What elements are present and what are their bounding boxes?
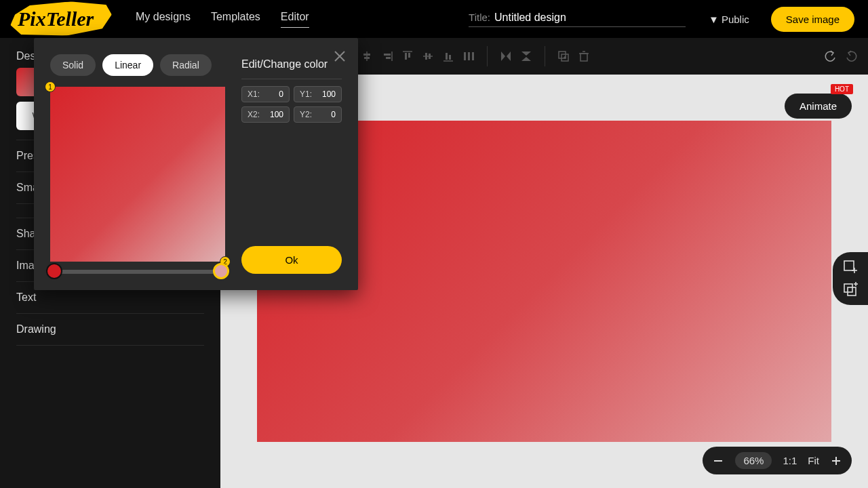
caret-down-icon: ▼ <box>709 14 719 25</box>
coord-x2[interactable]: X2:100 <box>241 106 290 123</box>
mode-linear[interactable]: Linear <box>102 54 153 76</box>
svg-rect-31 <box>472 52 474 60</box>
visibility-value: Public <box>722 14 749 25</box>
save-image-button[interactable]: Save image <box>771 7 854 32</box>
undo-redo-group <box>823 49 859 64</box>
svg-rect-29 <box>464 52 466 60</box>
zoom-fit[interactable]: Fit <box>808 455 819 466</box>
svg-rect-16 <box>364 57 370 59</box>
align-right-icon[interactable] <box>380 49 395 64</box>
svg-rect-24 <box>425 53 427 60</box>
nav-editor[interactable]: Editor <box>281 11 309 28</box>
coord-y2[interactable]: Y2:0 <box>294 106 342 123</box>
gradient-stop-track[interactable] <box>50 270 225 274</box>
svg-marker-34 <box>521 52 531 56</box>
svg-marker-35 <box>521 57 531 61</box>
visibility-dropdown[interactable]: ▼ Public <box>709 14 749 25</box>
delete-icon[interactable] <box>576 49 591 64</box>
toolbar-clipboard-group <box>556 49 591 64</box>
popup-left: Solid Linear Radial 1 2 <box>50 54 225 274</box>
zoom-controls: 66% 1:1 Fit <box>703 447 852 474</box>
ok-button[interactable]: Ok <box>241 246 342 274</box>
main-nav: My designs Templates Editor <box>136 11 309 28</box>
svg-rect-15 <box>363 54 370 56</box>
svg-rect-21 <box>405 53 407 60</box>
color-picker-popup: Solid Linear Radial 1 2 Edit/Change colo… <box>34 38 358 290</box>
logo[interactable]: PixTeller <box>14 5 108 33</box>
title-label: Title: <box>469 12 490 23</box>
coord-x1[interactable]: X1:0 <box>241 86 290 102</box>
zoom-ratio[interactable]: 1:1 <box>783 455 797 466</box>
title-area: Title: Untitled design ▼ Public Save ima… <box>469 7 854 32</box>
svg-marker-33 <box>507 52 511 61</box>
toolbar-align-group <box>339 49 476 64</box>
add-element-icon[interactable] <box>842 259 859 275</box>
gradient-coords: X1:0 Y1:100 X2:100 Y2:0 <box>241 86 342 123</box>
align-middle-icon[interactable] <box>420 49 435 64</box>
popup-title: Edit/Change color <box>241 58 342 79</box>
mode-radial[interactable]: Radial <box>160 54 212 76</box>
svg-rect-22 <box>408 53 410 58</box>
svg-rect-18 <box>384 54 391 56</box>
flip-vertical-icon[interactable] <box>519 49 534 64</box>
coord-y1[interactable]: Y1:100 <box>294 86 342 102</box>
flip-horizontal-icon[interactable] <box>498 49 513 64</box>
align-top-icon[interactable] <box>400 49 415 64</box>
popup-right: Edit/Change color X1:0 Y1:100 X2:100 Y2:… <box>241 54 342 274</box>
svg-rect-30 <box>468 52 470 60</box>
toolbar-flip-group <box>498 49 534 64</box>
svg-marker-32 <box>501 52 505 61</box>
side-add-panel <box>833 252 868 305</box>
design-title-field[interactable]: Title: Untitled design <box>469 12 686 27</box>
add-layer-icon[interactable] <box>842 282 859 298</box>
zoom-value[interactable]: 66% <box>735 452 772 469</box>
svg-rect-19 <box>386 57 391 59</box>
close-icon[interactable] <box>332 49 347 64</box>
gradient-preview[interactable]: 1 2 <box>50 87 225 262</box>
svg-rect-40 <box>580 54 587 61</box>
duplicate-icon[interactable] <box>556 49 571 64</box>
gradient-mode-tabs: Solid Linear Radial <box>50 54 225 76</box>
nav-templates[interactable]: Templates <box>211 11 260 28</box>
toolbar-separator-3 <box>545 46 545 66</box>
title-value: Untitled design <box>494 12 566 24</box>
app-header: PixTeller My designs Templates Editor Ti… <box>0 0 868 38</box>
hot-badge: HOT <box>831 84 853 94</box>
animate-button[interactable]: Animate <box>785 94 852 119</box>
svg-rect-25 <box>429 54 431 59</box>
svg-rect-28 <box>449 55 451 60</box>
logo-text: PixTeller <box>14 5 108 33</box>
align-bottom-icon[interactable] <box>441 49 456 64</box>
svg-rect-46 <box>844 284 852 292</box>
redo-icon[interactable] <box>844 49 859 64</box>
distribute-icon[interactable] <box>461 49 476 64</box>
zoom-out-icon[interactable] <box>712 455 724 467</box>
nav-my-designs[interactable]: My designs <box>136 11 191 28</box>
undo-icon[interactable] <box>823 49 838 64</box>
svg-rect-47 <box>848 287 856 296</box>
sidebar-drawing[interactable]: Drawing <box>16 314 204 346</box>
zoom-in-icon[interactable] <box>830 455 842 467</box>
animate-wrap: HOT Animate <box>785 94 852 119</box>
toolbar-separator-2 <box>487 46 488 66</box>
svg-rect-43 <box>844 261 854 270</box>
gradient-point-1[interactable]: 1 <box>45 81 56 92</box>
mode-solid[interactable]: Solid <box>50 54 96 76</box>
align-center-h-icon[interactable] <box>359 49 374 64</box>
svg-rect-27 <box>446 53 448 60</box>
gradient-stop-2[interactable] <box>213 263 229 279</box>
gradient-stop-1[interactable] <box>46 263 62 279</box>
